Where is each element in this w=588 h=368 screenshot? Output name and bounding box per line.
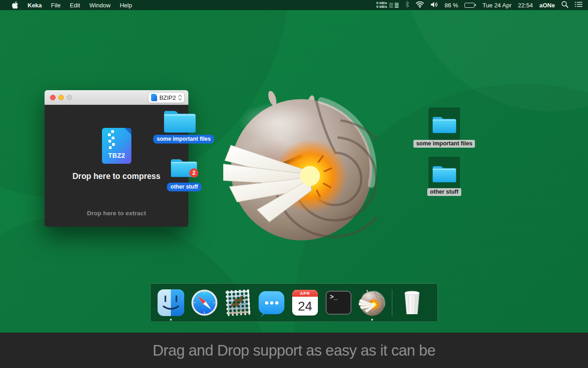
- dragged-folder-1-label: some important files: [153, 135, 214, 144]
- desktop-folder-1-label: some important files: [413, 140, 475, 148]
- menu-file[interactable]: File: [46, 0, 65, 10]
- window-titlebar[interactable]: BZIP2: [45, 90, 188, 105]
- mail-icon: [226, 289, 251, 316]
- menu-time[interactable]: 22:54: [518, 2, 533, 9]
- battery-icon[interactable]: [464, 3, 476, 8]
- desktop-folder-2[interactable]: [429, 157, 460, 189]
- terminal-prompt: >_: [330, 293, 338, 301]
- file-format-icon: [151, 94, 157, 101]
- dock-keka-icon[interactable]: [358, 289, 386, 316]
- minimize-button[interactable]: [58, 95, 64, 100]
- keka-mascot-icon: [223, 88, 377, 242]
- folder-icon: [162, 106, 198, 134]
- bluetooth-icon[interactable]: [405, 1, 409, 9]
- dock-calendar-icon[interactable]: APR 24: [291, 289, 319, 316]
- extract-drop-label: Drop here to extract: [45, 210, 188, 217]
- menu-help[interactable]: Help: [115, 0, 137, 10]
- menu-bar-left: Keka File Edit Window Help: [0, 0, 136, 10]
- dock-trash-icon[interactable]: [398, 289, 426, 316]
- menu-window[interactable]: Window: [85, 0, 115, 10]
- dragged-folder-1[interactable]: [162, 106, 198, 134]
- dock-safari-icon[interactable]: [191, 289, 218, 316]
- dock-divider: [392, 289, 392, 316]
- close-button[interactable]: [50, 95, 56, 100]
- format-dropdown[interactable]: BZIP2: [148, 92, 185, 103]
- desktop-folder-1[interactable]: [429, 108, 460, 140]
- calendar-month: APR: [292, 290, 318, 297]
- zoom-button[interactable]: [67, 95, 72, 100]
- caption-text: Drag and Drop support as easy as it can …: [153, 342, 435, 359]
- tbz2-file-icon: TBZ2: [102, 128, 131, 164]
- safari-icon: [191, 289, 218, 316]
- running-indicator: [371, 319, 373, 321]
- network-down-speed: 0 kB/s: [376, 5, 387, 9]
- tbz2-file-label: TBZ2: [102, 152, 131, 159]
- messages-icon: [259, 291, 284, 314]
- compress-drop-label: Drop here to compress: [45, 172, 188, 181]
- wallpaper-circle: [404, 10, 588, 111]
- network-speeds: 0 kB/s 0 kB/s: [376, 1, 387, 9]
- wifi-icon[interactable]: [416, 1, 424, 9]
- menu-edit[interactable]: Edit: [65, 0, 85, 10]
- folder-icon: [431, 162, 458, 184]
- menu-bar-status: 0 kB/s 0 kB/s: [376, 1, 588, 9]
- folder-icon: [431, 113, 458, 134]
- trash-icon: [400, 289, 424, 316]
- menu-bar: Keka File Edit Window Help 0 kB/s 0 kB/s: [0, 0, 588, 10]
- keka-app-icon: [359, 289, 385, 316]
- user-menu[interactable]: aONe: [539, 2, 555, 9]
- apple-icon: [12, 1, 18, 9]
- dock-messages-icon[interactable]: [258, 289, 285, 316]
- battery-percent: 86 %: [445, 2, 458, 9]
- menu-date[interactable]: Tue 24 Apr: [482, 2, 511, 9]
- keka-mascot-artwork: [223, 88, 377, 242]
- calendar-day: 24: [292, 297, 318, 316]
- running-indicator: [170, 319, 172, 321]
- item-count-badge: 2: [189, 168, 198, 178]
- dock-mail-icon[interactable]: [224, 289, 252, 316]
- dock-terminal-icon[interactable]: >_: [325, 289, 352, 316]
- calendar-icon: APR 24: [292, 290, 318, 316]
- format-dropdown-value: BZIP2: [159, 94, 176, 101]
- network-throughput-widget[interactable]: 0 kB/s 0 kB/s: [376, 1, 399, 9]
- apple-menu[interactable]: [7, 0, 23, 10]
- desktop-folder-2-label: other stuff: [427, 188, 461, 196]
- chevron-up-down-icon: [178, 94, 182, 101]
- terminal-icon: >_: [326, 291, 351, 315]
- finder-icon: [158, 289, 184, 316]
- dock-finder-icon[interactable]: [157, 289, 185, 316]
- network-bars-icon: [389, 3, 399, 8]
- dragged-folder-2-label: other stuff: [167, 183, 201, 191]
- volume-icon[interactable]: [430, 1, 438, 9]
- menu-app-name[interactable]: Keka: [23, 0, 46, 10]
- spotlight-search-icon[interactable]: [561, 1, 568, 9]
- notification-center-icon[interactable]: [575, 1, 582, 9]
- desktop-screen: Keka File Edit Window Help 0 kB/s 0 kB/s: [0, 0, 588, 368]
- dock: APR 24 >_: [150, 283, 438, 322]
- caption-bar: Drag and Drop support as easy as it can …: [0, 333, 588, 368]
